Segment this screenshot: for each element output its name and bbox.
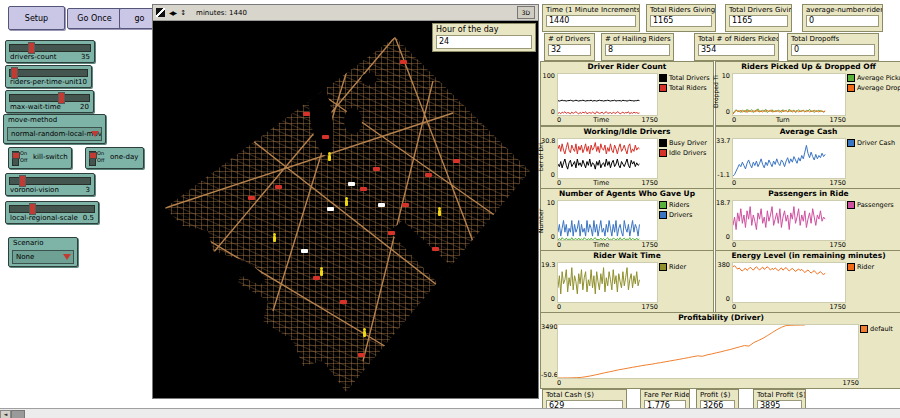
chooser-value: normal-random-local-move xyxy=(11,130,102,138)
monitor-total-dropoffs: Total Dropoffs 0 xyxy=(787,33,879,61)
netlogo-interface: Setup Go Once go ↻ drivers-count 35 ride… xyxy=(0,0,900,418)
slider-label: drivers-count xyxy=(10,53,57,61)
monitor-average-riders-picked: average-number-riders-pick 0 xyxy=(802,4,883,32)
plot-legend: Busy Driver Idle Drivers xyxy=(659,139,712,159)
car-agent xyxy=(358,353,365,357)
chooser-move-method[interactable]: move-method normal-random-local-move xyxy=(3,114,106,144)
slider-track xyxy=(9,205,95,213)
monitor-title: Total # of Riders Picked Up xyxy=(695,34,778,43)
legend-label: Riders xyxy=(669,201,690,209)
plot-title: Working/Idle Drivers xyxy=(541,127,713,137)
car-agent xyxy=(275,185,282,189)
switch-label: kill-switch xyxy=(33,153,68,161)
go-once-button[interactable]: Go Once xyxy=(67,8,122,29)
slider-label: max-wait-time xyxy=(10,103,61,111)
monitor-title: Profit ($) xyxy=(697,390,738,399)
legend-swatch xyxy=(847,263,855,271)
legend-label: Average Dropoffs xyxy=(857,84,900,92)
y-min-tick: -50.6 xyxy=(541,371,555,379)
legend-label: Drivers xyxy=(669,211,692,219)
plot-title: Driver Rider Count xyxy=(541,62,713,72)
switch-knob[interactable] xyxy=(12,152,20,159)
monitor-value: 8 xyxy=(605,44,670,56)
monitor-title: Hour of the day xyxy=(433,24,535,34)
monitor-title: # of Drivers xyxy=(545,34,594,43)
switch-track xyxy=(89,151,96,166)
x-axis: 01750 xyxy=(732,179,846,188)
switch-onoff-labels: OnOff xyxy=(20,150,27,164)
world-view: ◀▶ ↕ minutes: 1440 3D xyxy=(152,4,539,399)
monitor-title: # of Hailing Riders xyxy=(602,34,673,43)
person-agent xyxy=(438,210,441,216)
switch-kill-switch[interactable]: OnOff kill-switch xyxy=(8,147,72,169)
legend-swatch xyxy=(860,325,868,333)
setup-button[interactable]: Setup xyxy=(8,6,65,30)
legend-swatch xyxy=(847,84,855,92)
y-axis-label: Dropped Ti xyxy=(712,75,719,108)
vertical-arrows-icon[interactable]: ↕ xyxy=(180,9,186,17)
plot-title: Energy Level (in remaining minutes) xyxy=(716,251,900,261)
switch-onoff-labels: OnOff xyxy=(97,150,104,164)
slider-local-regional-scale[interactable]: local-regional-scale 0.5 xyxy=(5,201,99,224)
y-min-tick: 0 xyxy=(541,233,555,241)
slider-voronoi-vision[interactable]: voronoi-vision 3 xyxy=(5,173,95,196)
slider-max-wait-time[interactable]: max-wait-time 20 xyxy=(5,90,94,113)
plot-average-cash: Average Cash 33.7 -1.1 Driver Cash 01750 xyxy=(715,126,900,189)
car-agent xyxy=(303,112,310,116)
slider-drivers-count[interactable]: drivers-count 35 xyxy=(5,40,95,63)
legend-swatch xyxy=(659,149,667,157)
y-max-tick: 19.3 xyxy=(541,261,555,269)
chooser-value-box[interactable]: None xyxy=(12,250,74,264)
person-agent xyxy=(345,200,348,206)
scroll-left-arrow-icon[interactable]: ◄ xyxy=(0,410,11,418)
monitor-title: Time (1 Minute Increments) xyxy=(543,5,639,14)
legend-label: Average Pickups xyxy=(857,74,900,82)
car-agent xyxy=(373,167,380,171)
hour-of-day-monitor: Hour of the day 24 xyxy=(432,23,536,52)
y-min-tick: 0 xyxy=(716,295,730,303)
resize-view-icon[interactable] xyxy=(156,8,165,17)
plot-profitability: Profitability (Driver) 3490 -50.6 defaul… xyxy=(540,312,900,389)
car-agent xyxy=(301,249,308,253)
y-max-tick: 100 xyxy=(541,72,555,80)
y-max-tick: 18.7 xyxy=(716,199,730,207)
plot-canvas xyxy=(557,262,658,303)
slider-value: 10 xyxy=(78,78,87,86)
x-axis: 0Turn1750 xyxy=(732,116,846,125)
chooser-value-box[interactable]: normal-random-local-move xyxy=(7,127,102,141)
legend-label: Total Riders xyxy=(669,84,707,92)
car-agent xyxy=(248,196,255,200)
legend-swatch xyxy=(659,84,667,92)
monitor-value: 32 xyxy=(548,44,591,56)
plot-canvas xyxy=(557,200,658,241)
monitor-value: 354 xyxy=(698,44,775,56)
chooser-scenario[interactable]: Scenario None xyxy=(8,237,78,267)
switch-one-day[interactable]: OnOff one-day xyxy=(85,147,144,169)
plot-passengers-in-ride: Passengers in Ride 18.7 0 Passengers 017… xyxy=(715,188,900,251)
map-canvas[interactable]: Hour of the day 24 xyxy=(153,21,538,398)
legend-label: Total Drivers xyxy=(669,74,710,82)
car-agent xyxy=(402,203,409,207)
legend-swatch xyxy=(847,74,855,82)
view-3d-button[interactable]: 3D xyxy=(517,6,535,19)
dc-street-map xyxy=(153,21,536,396)
slider-track xyxy=(9,44,91,52)
switch-knob[interactable] xyxy=(89,152,97,159)
monitor-value: 1165 xyxy=(729,15,788,27)
car-agent xyxy=(360,187,367,191)
plot-legend: Riders Drivers xyxy=(659,201,712,221)
plot-title: Number of Agents Who Gave Up xyxy=(541,189,713,199)
chevron-down-icon xyxy=(63,254,71,260)
plot-canvas xyxy=(732,73,846,116)
horizontal-scrollbar[interactable]: ◄ xyxy=(0,408,900,418)
scrollbar-thumb[interactable] xyxy=(11,410,25,418)
chooser-label: Scenario xyxy=(13,239,43,247)
monitor-time: Time (1 Minute Increments) 1440 xyxy=(542,4,640,32)
slider-riders-per-time-unit[interactable]: riders-per-time-unit 10 xyxy=(5,65,92,88)
person-agent xyxy=(320,270,323,276)
y-min-tick: 0 xyxy=(541,295,555,303)
slider-value: 35 xyxy=(81,53,90,61)
horizontal-arrows-icon[interactable]: ◀▶ xyxy=(169,9,176,16)
legend-label: Driver Cash xyxy=(857,139,895,147)
monitor-value: 24 xyxy=(436,35,532,49)
